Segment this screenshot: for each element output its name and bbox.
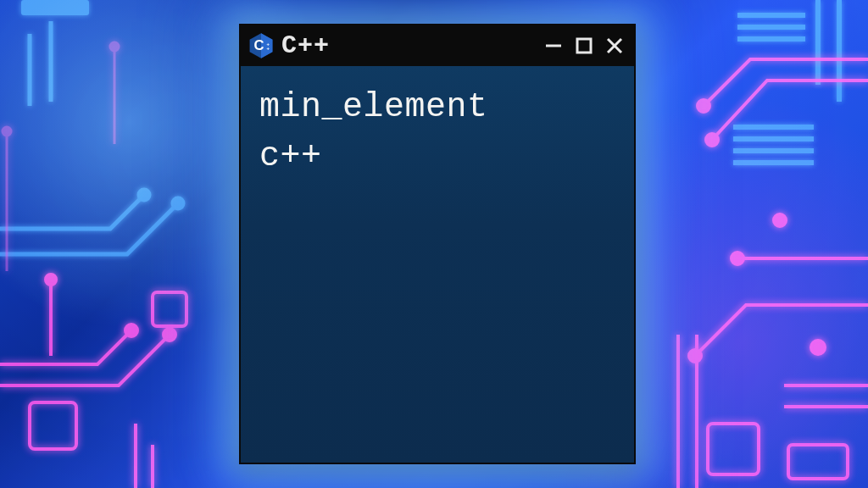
svg-rect-6 xyxy=(153,292,186,326)
svg-rect-2 xyxy=(21,0,89,15)
svg-rect-5 xyxy=(30,402,76,449)
svg-point-15 xyxy=(774,214,786,226)
content-line-2: c++ xyxy=(259,132,615,181)
terminal-window: C + + C++ min_element c++ xyxy=(239,24,636,464)
svg-point-16 xyxy=(3,127,11,136)
svg-point-3 xyxy=(125,324,137,336)
svg-point-8 xyxy=(698,100,709,112)
terminal-content: min_element c++ xyxy=(241,66,634,463)
svg-point-1 xyxy=(173,198,183,208)
svg-rect-13 xyxy=(788,445,848,479)
minimize-button[interactable] xyxy=(542,35,565,57)
window-title: C++ xyxy=(281,31,534,60)
svg-point-10 xyxy=(732,252,743,264)
titlebar: C + + C++ xyxy=(241,25,634,66)
cpp-logo-icon: C + + xyxy=(248,32,275,59)
svg-point-14 xyxy=(811,341,825,354)
svg-rect-12 xyxy=(708,424,759,474)
svg-point-4 xyxy=(164,329,175,341)
content-line-1: min_element xyxy=(259,83,615,132)
svg-rect-24 xyxy=(577,39,591,53)
svg-point-7 xyxy=(46,274,56,285)
svg-point-0 xyxy=(139,190,149,200)
svg-point-9 xyxy=(706,134,718,146)
svg-point-11 xyxy=(689,350,701,362)
svg-point-17 xyxy=(110,42,119,51)
svg-text:C: C xyxy=(253,37,264,53)
close-button[interactable] xyxy=(604,35,626,57)
maximize-button[interactable] xyxy=(573,35,595,57)
